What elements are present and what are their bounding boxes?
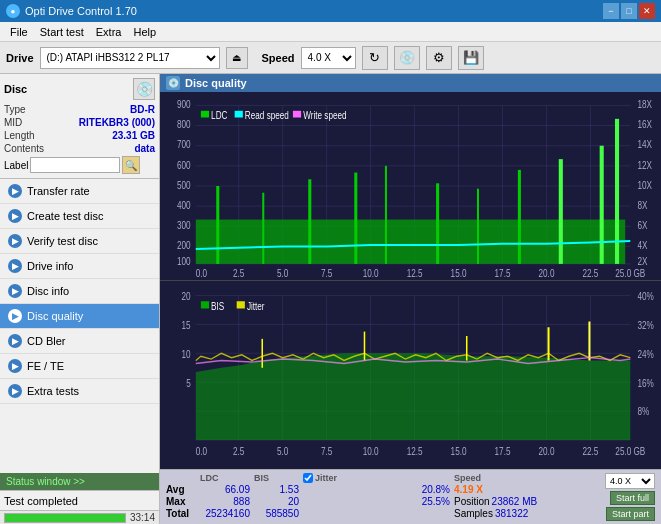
drive-select[interactable]: (D:) ATAPI iHBS312 2 PL17	[40, 47, 220, 69]
svg-text:40%: 40%	[637, 289, 653, 302]
titlebar-controls[interactable]: − □ ✕	[603, 3, 655, 19]
status-window-label: Status window >>	[6, 476, 85, 487]
nav-disc-info-label: Disc info	[27, 285, 69, 297]
svg-text:900: 900	[177, 98, 191, 110]
disc-label-button[interactable]: 🔍	[122, 156, 140, 174]
svg-text:Read speed: Read speed	[245, 109, 289, 121]
svg-rect-50	[262, 193, 264, 264]
stats-speed-header: Speed	[454, 473, 601, 483]
app-title: Opti Drive Control 1.70	[25, 5, 137, 17]
disc-icon[interactable]: 💿	[133, 78, 155, 100]
svg-rect-108	[201, 301, 209, 308]
disc-mid-label: MID	[4, 117, 22, 128]
stats-position-row: Position 23862 MB	[454, 496, 601, 507]
stats-avg-ldc: 66.09	[200, 484, 250, 495]
svg-text:20.0: 20.0	[539, 444, 555, 457]
svg-text:4X: 4X	[637, 239, 648, 251]
nav-transfer-rate-label: Transfer rate	[27, 185, 90, 197]
refresh-button[interactable]: ↻	[362, 46, 388, 70]
svg-text:Jitter: Jitter	[247, 300, 265, 313]
transfer-rate-icon: ▶	[8, 184, 22, 198]
stats-speed-select[interactable]: 4.0 X	[605, 473, 655, 489]
jitter-check-row: Jitter	[303, 473, 450, 483]
drive-label: Drive	[6, 52, 34, 64]
svg-text:0.0: 0.0	[196, 267, 207, 279]
jitter-checkbox[interactable]	[303, 473, 313, 483]
stats-max-position: 23862 MB	[492, 496, 538, 507]
nav-cd-bler[interactable]: ▶ CD Bler	[0, 329, 159, 354]
disc-label-row: Label 🔍	[4, 156, 155, 174]
svg-text:7.5: 7.5	[321, 267, 332, 279]
svg-rect-53	[385, 166, 387, 264]
nav-disc-info[interactable]: ▶ Disc info	[0, 279, 159, 304]
menu-extra[interactable]: Extra	[90, 24, 128, 40]
status-window[interactable]: Status window >>	[0, 473, 159, 490]
title-bar: ● Opti Drive Control 1.70 − □ ✕	[0, 0, 661, 22]
disc-contents-row: Contents data	[4, 143, 155, 154]
menu-start-test[interactable]: Start test	[34, 24, 90, 40]
stats-avg-speed: 4.19 X	[454, 484, 601, 495]
nav-verify-test-disc[interactable]: ▶ Verify test disc	[0, 229, 159, 254]
disc-contents-label: Contents	[4, 143, 44, 154]
svg-text:17.5: 17.5	[495, 444, 511, 457]
disc-length-value: 23.31 GB	[112, 130, 155, 141]
disc-quality-title: Disc quality	[185, 77, 247, 89]
svg-text:15.0: 15.0	[451, 444, 467, 457]
svg-text:8%: 8%	[637, 405, 649, 418]
svg-text:10: 10	[182, 347, 191, 360]
svg-text:8X: 8X	[637, 199, 648, 211]
svg-text:12.5: 12.5	[407, 444, 423, 457]
svg-rect-57	[559, 159, 563, 264]
nav-extra-tests-label: Extra tests	[27, 385, 79, 397]
maximize-button[interactable]: □	[621, 3, 637, 19]
svg-text:5: 5	[186, 376, 191, 389]
svg-text:Write speed: Write speed	[303, 109, 346, 121]
nav-create-test-disc[interactable]: ▶ Create test disc	[0, 204, 159, 229]
nav-disc-quality-label: Disc quality	[27, 310, 83, 322]
start-part-button[interactable]: Start part	[606, 507, 655, 521]
nav-disc-quality[interactable]: ▶ Disc quality	[0, 304, 159, 329]
stats-jitter-header: Jitter	[315, 473, 337, 483]
stats-speed-col: Speed 4.19 X Position 23862 MB Samples 3…	[454, 473, 601, 521]
svg-rect-60	[201, 111, 209, 118]
chart-top: 900 800 700 600 500 400 300 200 100 18X …	[160, 92, 661, 281]
menu-help[interactable]: Help	[127, 24, 162, 40]
stats-total-label: Total	[166, 508, 196, 519]
disc-mid-value: RITEKBR3 (000)	[79, 117, 155, 128]
nav-drive-info[interactable]: ▶ Drive info	[0, 254, 159, 279]
nav-create-test-disc-label: Create test disc	[27, 210, 103, 222]
svg-text:400: 400	[177, 199, 191, 211]
disc-header: Disc 💿	[4, 78, 155, 100]
eject-button[interactable]: ⏏	[226, 47, 248, 69]
close-button[interactable]: ✕	[639, 3, 655, 19]
burn-button[interactable]: 💿	[394, 46, 420, 70]
nav-fe-te[interactable]: ▶ FE / TE	[0, 354, 159, 379]
speed-select[interactable]: 4.0 X	[301, 47, 356, 69]
save-button[interactable]: 💾	[458, 46, 484, 70]
stats-ldc-header: LDC	[200, 473, 250, 483]
verify-test-disc-icon: ▶	[8, 234, 22, 248]
menu-file[interactable]: File	[4, 24, 34, 40]
disc-mid-row: MID RITEKBR3 (000)	[4, 117, 155, 128]
progress-bar-inner	[5, 514, 125, 522]
svg-text:20.0: 20.0	[539, 267, 555, 279]
disc-quality-header-icon: 💿	[166, 76, 180, 90]
stats-row-labels: Avg Max Total	[166, 473, 196, 521]
nav-fe-te-label: FE / TE	[27, 360, 64, 372]
svg-text:600: 600	[177, 158, 191, 170]
chart-top-svg: 900 800 700 600 500 400 300 200 100 18X …	[160, 92, 661, 280]
nav-transfer-rate[interactable]: ▶ Transfer rate	[0, 179, 159, 204]
minimize-button[interactable]: −	[603, 3, 619, 19]
svg-text:7.5: 7.5	[321, 444, 333, 457]
settings-button[interactable]: ⚙	[426, 46, 452, 70]
disc-length-label: Length	[4, 130, 35, 141]
disc-label-input[interactable]	[30, 157, 120, 173]
stats-jitter-col: Jitter 20.8% 25.5%	[303, 473, 450, 521]
start-full-button[interactable]: Start full	[610, 491, 655, 505]
svg-marker-102	[196, 353, 631, 440]
nav-drive-info-label: Drive info	[27, 260, 73, 272]
disc-quality-header: 💿 Disc quality	[160, 74, 661, 92]
stats-max-bis: 20	[254, 496, 299, 507]
nav-extra-tests[interactable]: ▶ Extra tests	[0, 379, 159, 404]
disc-contents-value: data	[134, 143, 155, 154]
